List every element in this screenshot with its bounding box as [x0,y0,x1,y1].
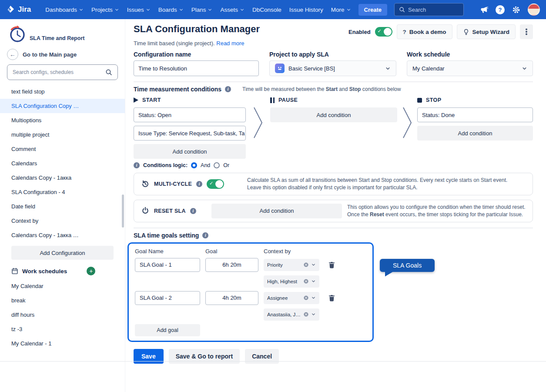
nav-item-boards[interactable]: Boards [154,4,188,16]
config-name-input[interactable] [134,60,259,76]
goal-name-input[interactable] [135,258,200,272]
context-by-select[interactable]: Priority [264,259,319,271]
config-item[interactable]: SLA Configuration - 4 [0,185,125,199]
search-icon [399,7,405,13]
info-icon[interactable] [196,181,202,187]
read-more-link[interactable]: Read more [216,40,244,47]
toggle-knob [215,180,223,188]
multi-cycle-toggle[interactable] [207,179,224,189]
global-search[interactable] [394,3,464,16]
config-fields-row: Configuration name Project to apply SLA … [134,51,533,76]
book-demo-button[interactable]: Book a demo [397,24,452,39]
config-item-selected[interactable]: SLA Configuration Copy … [0,99,125,113]
schedule-item[interactable]: break [0,293,125,308]
context-values-select[interactable]: High, Highest [264,275,319,288]
sidebar-search[interactable] [7,64,118,80]
project-select[interactable]: Basic Service [BS] [269,60,396,76]
add-reset-condition-button[interactable]: Add condition [211,204,342,218]
config-item[interactable]: Calendars Copy - 1акка [0,171,125,185]
config-item[interactable]: Calendars [0,156,125,171]
help-icon[interactable] [496,5,505,14]
config-item[interactable]: multiple project [0,127,125,142]
start-condition-chip[interactable]: Issue Type: Service Request, Sub-task, T… [134,126,246,141]
sidebar-scrollbar[interactable] [122,194,124,228]
schedule-item[interactable]: diff hours [0,308,125,322]
chevron-down-icon [179,7,184,12]
schedule-item[interactable]: tz -3 [0,322,125,336]
config-item[interactable]: text field stop [0,84,125,99]
info-icon[interactable] [190,208,196,214]
stop-condition-chip[interactable]: Status: Done [417,107,533,122]
pause-conditions-column: PAUSE Add condition [270,96,397,168]
setup-wizard-button[interactable]: Setup Wizard [457,24,516,39]
enabled-label: Enabled [348,29,371,35]
pause-icon [270,97,275,103]
multi-cycle-description: Calculate SLA as sum of all transitions … [247,177,507,191]
toggle-knob [384,28,392,36]
goal-value-input[interactable] [205,258,258,272]
back-to-main-link[interactable]: Go to the Main page [0,45,125,63]
clear-icon[interactable] [303,312,309,317]
create-button[interactable]: Create [358,4,387,16]
logic-or-radio[interactable] [214,162,220,168]
more-actions-button[interactable] [520,24,533,39]
schedule-item[interactable]: My Calendar - 1 [0,336,125,351]
clear-icon[interactable] [303,295,309,301]
config-item[interactable]: Multioptions [0,113,125,127]
add-start-condition-button[interactable]: Add condition [134,144,246,159]
start-label: START [134,96,246,104]
nav-item-more[interactable]: More [327,4,355,16]
nav-item-dashboards[interactable]: Dashboards [41,4,87,16]
config-name-label: Configuration name [134,51,259,58]
nav-item-issue-history[interactable]: Issue History [285,4,327,16]
config-item[interactable]: Calendars Copy - 1акка … [0,228,125,242]
user-avatar[interactable] [528,3,540,16]
nav-item-assets[interactable]: Assets [216,4,248,16]
add-goal-button[interactable]: Add goal [135,324,200,336]
conditions-row: START Status: Open Issue Type: Service R… [134,96,533,168]
nav-item-projects[interactable]: Projects [87,4,123,16]
goal-name-column-header: Goal Name [135,248,200,255]
schedule-list: My Calendar break diff hours tz -3 My Ca… [0,279,125,351]
reset-sla-controls: RESET SLA [141,207,206,215]
jira-brand-label: Jira [18,5,31,14]
clear-icon[interactable] [303,262,309,268]
add-pause-condition-button[interactable]: Add condition [270,107,397,122]
config-item[interactable]: Date field [0,199,125,214]
nav-item-dbconsole[interactable]: DbConsole [248,4,285,16]
add-configuration-button[interactable]: Add Configuration [11,246,114,260]
add-schedule-button[interactable] [87,267,95,275]
multi-cycle-controls: MULTI-CYCLE [141,179,242,189]
start-condition-chip[interactable]: Status: Open [134,107,246,122]
config-name-field: Configuration name [134,51,259,76]
info-icon[interactable] [134,162,140,168]
settings-gear-icon[interactable] [512,6,520,14]
delete-goal-button[interactable] [325,258,338,271]
logic-and-radio[interactable] [191,162,197,168]
config-item[interactable]: Context by [0,214,125,228]
goal-value-input[interactable] [205,291,258,305]
config-item[interactable]: Comment [0,142,125,156]
announcements-icon[interactable] [480,6,488,14]
enabled-toggle[interactable] [375,27,392,37]
jira-brand[interactable]: Jira [6,5,31,14]
context-values-select[interactable]: Anastasiia, John Smit… [264,308,319,321]
configuration-list: text field stop SLA Configuration Copy …… [0,84,125,242]
nav-item-plans[interactable]: Plans [188,4,217,16]
stop-conditions-column: STOP Status: Done Add condition [417,96,533,168]
nav-item-issues[interactable]: Issues [123,4,154,16]
navbar-right-icons [480,3,540,16]
work-schedule-select[interactable]: My Calendar [407,60,533,76]
page-subtitle: Time limit based (single project). Read … [134,40,533,47]
schedule-item[interactable]: My Calendar [0,279,125,293]
info-icon[interactable] [202,232,208,238]
global-search-input[interactable] [408,7,455,13]
add-stop-condition-button[interactable]: Add condition [417,126,533,141]
context-by-select[interactable]: Assignee [264,292,319,304]
goal-name-input[interactable] [135,291,200,305]
clear-icon[interactable] [303,278,309,284]
jira-logo-icon [6,5,15,14]
delete-goal-button[interactable] [325,291,338,305]
sidebar-search-input[interactable] [13,69,102,75]
info-icon[interactable] [225,86,231,92]
